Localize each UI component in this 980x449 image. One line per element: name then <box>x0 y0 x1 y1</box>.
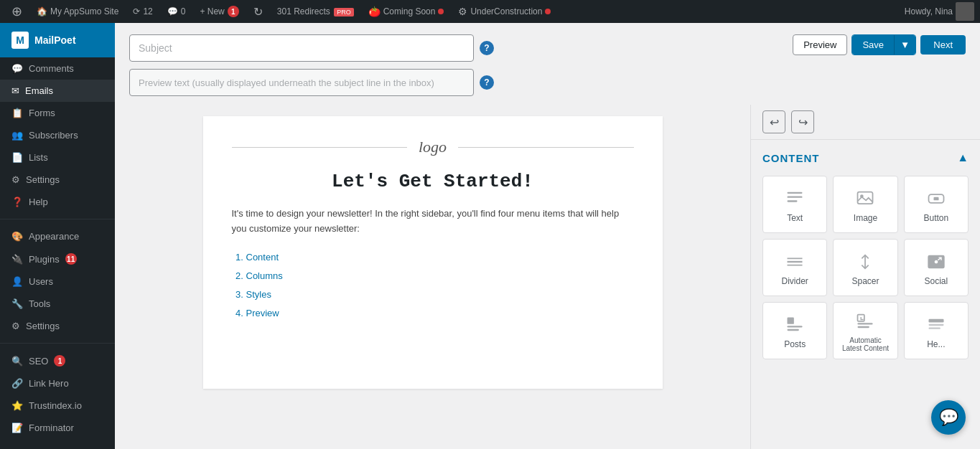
forms-icon: 📋 <box>11 108 23 118</box>
content-block-button[interactable]: Button <box>904 176 969 233</box>
content-block-automatic[interactable]: Automatic Latest Content <box>833 302 897 359</box>
content-block-text[interactable]: Text <box>762 176 827 233</box>
save-dropdown-button[interactable]: ▼ <box>894 35 915 55</box>
sidebar-item-comments[interactable]: 💬 Comments <box>0 57 115 80</box>
plugin-301-item[interactable]: 301 Redirects PRO <box>271 0 360 23</box>
sidebar-item-forminator[interactable]: 📝 Forminator <box>0 417 115 439</box>
sidebar-item-users[interactable]: 👤 Users <box>0 270 115 293</box>
header-block-icon <box>926 315 946 335</box>
under-construction-status <box>545 9 551 14</box>
refresh-icon: ↻ <box>253 5 263 19</box>
appearance-icon: 🎨 <box>11 231 23 242</box>
new-item[interactable]: + New 1 <box>194 0 244 23</box>
save-group: Save ▼ <box>851 34 916 55</box>
sidebar-item-forms[interactable]: 📋 Forms <box>0 102 115 124</box>
comments-item[interactable]: 💬 0 <box>162 0 192 23</box>
preview-button[interactable]: Preview <box>793 34 847 55</box>
subject-help-icon[interactable]: ? <box>480 41 494 55</box>
email-headline: Let's Get Started! <box>232 171 634 192</box>
sidebar-label-trustindex: Trustindex.io <box>29 400 82 411</box>
seo-badge: 1 <box>54 355 65 367</box>
new-badge: 1 <box>228 6 239 17</box>
sidebar-item-lists[interactable]: 📄 Lists <box>0 146 115 169</box>
svg-rect-13 <box>788 318 794 324</box>
button-block-icon <box>926 189 946 209</box>
posts-block-icon <box>785 315 805 335</box>
logo-line-left <box>232 147 407 148</box>
editor-header: ? ? Preview Save ▼ Next <box>115 23 980 105</box>
chat-bubble[interactable]: 💬 <box>931 400 966 435</box>
header-block-label: He... <box>927 339 945 349</box>
sidebar-item-subscribers[interactable]: 👥 Subscribers <box>0 124 115 146</box>
wp-logo-item[interactable]: ⊕ <box>6 0 28 23</box>
content-block-image[interactable]: Image <box>833 176 897 233</box>
plugin-301-label: 301 Redirects PRO <box>277 6 354 16</box>
sidebar-item-tools[interactable]: 🔧 Tools <box>0 293 115 315</box>
preview-text-input[interactable] <box>129 69 474 96</box>
email-logo-text: logo <box>407 138 458 156</box>
posts-block-label: Posts <box>784 339 806 349</box>
settings-mailpoet-icon: ⚙ <box>11 174 20 185</box>
sidebar-item-help[interactable]: ❓ Help <box>0 191 115 213</box>
site-name-item[interactable]: 🏠 My AppSumo Site <box>31 0 124 23</box>
under-construction-item[interactable]: ⚙ UnderConstruction <box>452 0 556 23</box>
sidebar-item-appearance[interactable]: 🎨 Appearance <box>0 225 115 247</box>
help-icon: ❓ <box>11 197 23 207</box>
undo-button[interactable]: ↩ <box>762 110 785 133</box>
comments-icon: 💬 <box>167 6 178 16</box>
sidebar-item-plugins[interactable]: 🔌 Plugins 11 <box>0 247 115 270</box>
content-block-social[interactable]: Social <box>904 239 969 296</box>
preview-text-help-icon[interactable]: ? <box>480 75 494 90</box>
content-block-divider[interactable]: Divider <box>762 239 827 296</box>
image-block-icon <box>855 189 875 209</box>
sidebar-label-subscribers: Subscribers <box>29 130 78 141</box>
sidebar-label-tools: Tools <box>29 298 50 309</box>
email-list: Content Columns Styles Preview <box>232 248 634 323</box>
under-construction-label: UnderConstruction <box>470 6 542 16</box>
sidebar-label-plugins: Plugins <box>29 254 60 265</box>
email-canvas: logo Let's Get Started! It's time to des… <box>115 105 750 449</box>
svg-rect-1 <box>788 197 803 198</box>
content-area: ? ? Preview Save ▼ Next <box>115 23 980 449</box>
sidebar-item-settings-mailpoet[interactable]: ⚙ Settings <box>0 169 115 191</box>
sidebar-label-comments: Comments <box>29 63 74 74</box>
automatic-block-label: Automatic Latest Content <box>839 336 891 352</box>
content-block-posts[interactable]: Posts <box>762 302 827 359</box>
tools-icon: 🔧 <box>11 298 23 309</box>
sidebar-brand[interactable]: M MailPoet <box>0 23 115 57</box>
update-count: 12 <box>143 6 152 16</box>
updates-item[interactable]: ⟳ 12 <box>127 0 158 23</box>
content-block-header[interactable]: He... <box>904 302 969 359</box>
redo-button[interactable]: ↪ <box>791 110 814 133</box>
editor-actions: Preview Save ▼ Next <box>793 34 966 55</box>
email-logo-area: logo <box>232 138 634 156</box>
logo-line-right <box>458 147 633 148</box>
button-block-label: Button <box>923 213 948 223</box>
content-block-spacer[interactable]: Spacer <box>833 239 897 296</box>
chevron-down-icon: ▼ <box>900 39 910 50</box>
sidebar-label-seo: SEO <box>29 356 48 367</box>
home-icon: 🏠 <box>37 6 47 16</box>
save-button[interactable]: Save <box>852 35 894 55</box>
svg-rect-15 <box>788 329 799 331</box>
automatic-block-icon <box>855 312 875 332</box>
sidebar-item-trustindex[interactable]: ⭐ Trustindex.io <box>0 394 115 417</box>
sidebar-item-link-hero[interactable]: 🔗 Link Hero <box>0 372 115 394</box>
social-block-icon <box>926 252 946 272</box>
sidebar-item-settings[interactable]: ⚙ Settings <box>0 315 115 337</box>
content-collapse-toggle[interactable]: ▲ <box>957 151 969 164</box>
under-construction-icon: ⚙ <box>458 6 467 17</box>
sidebar-label-lists: Lists <box>29 152 48 163</box>
coming-soon-item[interactable]: 🍅 Coming Soon <box>363 0 450 23</box>
comment-count: 0 <box>181 6 186 16</box>
sidebar-item-seo[interactable]: 🔍 SEO 1 <box>0 349 115 372</box>
subscribers-icon: 👥 <box>11 130 23 141</box>
divider-block-label: Divider <box>781 276 808 286</box>
subject-input[interactable] <box>129 34 474 62</box>
next-button[interactable]: Next <box>920 35 966 55</box>
refresh-icon-item[interactable]: ↻ <box>248 0 269 23</box>
preview-text-row: ? <box>129 69 494 96</box>
svg-rect-21 <box>928 328 940 329</box>
sidebar-item-emails[interactable]: ✉ Emails <box>0 80 115 102</box>
svg-rect-6 <box>933 197 938 201</box>
